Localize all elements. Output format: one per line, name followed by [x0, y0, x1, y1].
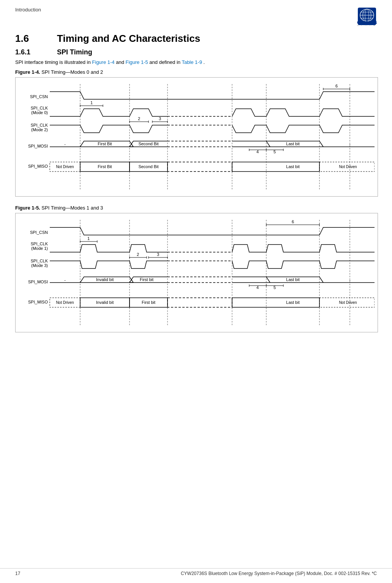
table-link[interactable]: Table 1-9 — [182, 59, 202, 65]
svg-text:1: 1 — [90, 100, 93, 105]
svg-rect-129 — [168, 298, 232, 307]
page-footer: 17 CYW20736S Bluetooth Low Energy System… — [0, 568, 392, 576]
svg-text:Last bit: Last bit — [286, 300, 299, 305]
svg-text:6: 6 — [335, 84, 338, 88]
svg-text:4: 4 — [256, 149, 259, 154]
svg-text:SPI_CSN: SPI_CSN — [30, 230, 48, 235]
svg-text:Second Bit: Second Bit — [138, 164, 158, 169]
svg-text:5: 5 — [273, 149, 276, 154]
svg-rect-68 — [232, 162, 319, 172]
svg-text:Invalid bit: Invalid bit — [96, 277, 114, 282]
svg-text:SPI_MOSI: SPI_MOSI — [28, 144, 48, 148]
svg-text:SPI_CLK: SPI_CLK — [31, 259, 48, 263]
figure1-diagram: SPI_CSN 6 SPI_CLK (Mode 0) 1 SPI_CL — [15, 77, 378, 197]
svg-text:Not Driven: Not Driven — [339, 300, 357, 305]
company-logo: CYPRESS Embedded in Tomorrow® — [327, 7, 377, 26]
svg-text:2: 2 — [137, 252, 139, 257]
doc-reference: CYW20736S Bluetooth Low Energy System-in… — [181, 571, 377, 576]
svg-text:(Mode 3): (Mode 3) — [31, 263, 48, 268]
svg-text:SPI_MISO: SPI_MISO — [28, 300, 48, 304]
svg-text:Last bit: Last bit — [286, 141, 299, 146]
svg-text:6: 6 — [292, 219, 294, 224]
svg-text:CYPRESS: CYPRESS — [357, 20, 377, 25]
svg-text:(Mode 2): (Mode 2) — [31, 127, 48, 132]
svg-text:Not Driven: Not Driven — [56, 165, 74, 169]
svg-text:(Mode 0): (Mode 0) — [31, 110, 48, 115]
svg-text:SPI_CLK: SPI_CLK — [31, 106, 48, 110]
figure2-svg: SPI_CSN 6 SPI_CLK (Mode 1) 1 SPI_CLK (Mo… — [19, 218, 375, 328]
svg-text:-: - — [64, 278, 66, 282]
svg-text:Second Bit: Second Bit — [138, 141, 158, 146]
svg-text:Last bit: Last bit — [286, 277, 299, 282]
svg-text:SPI_MISO: SPI_MISO — [28, 164, 48, 168]
svg-text:SPI_CSN: SPI_CSN — [30, 94, 48, 99]
svg-text:3: 3 — [159, 116, 161, 121]
figure1-caption: Figure 1-4. SPI Timing—Modes 0 and 2 — [15, 69, 377, 75]
svg-text:SPI_CLK: SPI_CLK — [31, 241, 48, 246]
subsection-title: 1.6.1 SPI Timing — [15, 48, 377, 56]
svg-text:4: 4 — [256, 285, 259, 290]
svg-text:First bit: First bit — [142, 300, 155, 305]
svg-text:Not Driven: Not Driven — [339, 165, 357, 169]
figure2-diagram: SPI_CSN 6 SPI_CLK (Mode 1) 1 SPI_CLK (Mo… — [15, 213, 378, 332]
svg-text:First Bit: First Bit — [98, 141, 112, 146]
figure2-caption: Figure 1-5. SPI Timing—Modes 1 and 3 — [15, 205, 377, 211]
svg-text:5: 5 — [273, 285, 276, 290]
svg-text:SPI_CLK: SPI_CLK — [31, 123, 48, 127]
section-header-label: Introduction — [15, 7, 41, 13]
svg-rect-67 — [168, 162, 232, 172]
svg-text:3: 3 — [157, 252, 159, 257]
svg-text:SPI_MOSI: SPI_MOSI — [28, 280, 48, 284]
svg-text:Last bit: Last bit — [286, 164, 299, 169]
svg-rect-130 — [232, 298, 319, 307]
svg-text:-: - — [349, 142, 351, 146]
svg-text:First bit: First bit — [140, 277, 153, 282]
svg-text:1: 1 — [87, 236, 90, 241]
body-text: SPI interface timing is illustrated in F… — [15, 59, 377, 66]
page-number: 17 — [15, 571, 20, 576]
figure2-link[interactable]: Figure 1-5 — [125, 59, 148, 65]
svg-text:Embedded in Tomorrow®: Embedded in Tomorrow® — [357, 25, 377, 26]
section-title: 1.6 Timing and AC Characteristics — [15, 33, 377, 44]
svg-text:(Mode 1): (Mode 1) — [31, 246, 48, 251]
svg-text:-: - — [349, 278, 351, 282]
svg-text:Not Driven: Not Driven — [56, 300, 74, 305]
svg-text:First Bit: First Bit — [98, 164, 112, 169]
svg-text:2: 2 — [138, 116, 140, 121]
figure1-svg: SPI_CSN 6 SPI_CLK (Mode 0) 1 SPI_CL — [19, 82, 375, 192]
svg-text:Invalid bit: Invalid bit — [96, 300, 114, 305]
svg-text:-: - — [64, 142, 66, 146]
figure1-link[interactable]: Figure 1-4 — [92, 59, 114, 65]
